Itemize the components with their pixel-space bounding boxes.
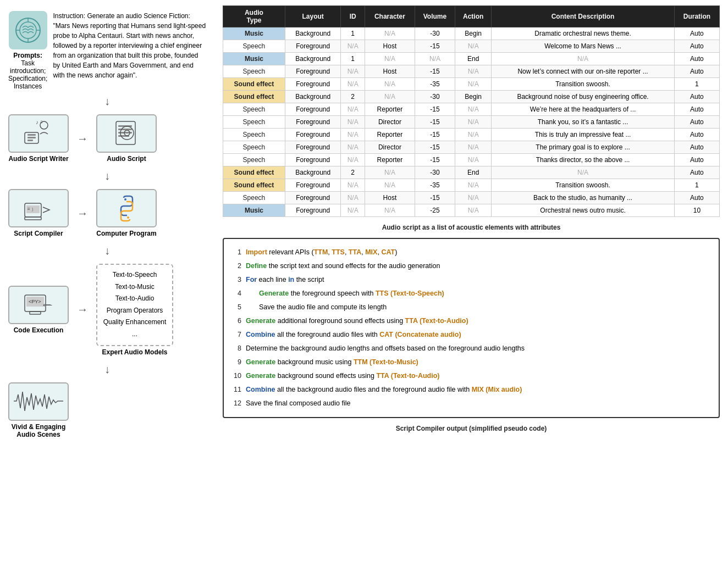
arrow-right-1: →: [77, 132, 88, 145]
cell-id: 1: [341, 53, 365, 65]
cell-content: Thank you, so it’s a fantastic ...: [492, 116, 674, 129]
cell-character: N/A: [365, 91, 415, 103]
cell-type: Music: [223, 53, 285, 65]
arrow-right-2: →: [77, 207, 88, 220]
cell-volume: -15: [415, 103, 455, 116]
svg-point-25: [124, 198, 126, 201]
cell-layout: Foreground: [285, 129, 341, 141]
table-caption: Audio script as a list of acoustic eleme…: [223, 221, 720, 233]
table-row: Speech Foreground N/A Director -15 N/A T…: [223, 141, 720, 154]
code-text-6: Generate additional foreground sound eff…: [246, 314, 468, 328]
cell-character: Reporter: [365, 154, 415, 166]
cell-id: N/A: [341, 116, 365, 129]
cell-layout: Background: [285, 53, 341, 65]
cell-volume: -15: [415, 129, 455, 141]
cell-action: Begin: [455, 27, 491, 40]
execution-box: <PY> ⟵: [8, 286, 69, 324]
cell-layout: Foreground: [285, 141, 341, 154]
table-row: Speech Foreground N/A Host -15 N/A Back …: [223, 192, 720, 204]
compiler-col: ≡ ) Script Compiler: [8, 189, 69, 237]
table-row: Sound effect Foreground N/A N/A -35 N/A …: [223, 179, 720, 192]
compiler-label: Script Compiler: [14, 230, 63, 237]
cell-action: N/A: [455, 192, 491, 204]
cell-character: Director: [365, 116, 415, 129]
th-audio-type: AudioType: [223, 6, 285, 27]
cell-id: N/A: [341, 103, 365, 116]
cell-type: Music: [223, 27, 285, 40]
cell-duration: Auto: [674, 154, 719, 166]
cell-duration: 10: [674, 204, 719, 217]
cell-action: N/A: [455, 65, 491, 78]
code-text-10: Generate background sound effects using …: [246, 369, 439, 383]
execution-label: Code Execution: [14, 326, 64, 334]
cell-duration: 1: [674, 78, 719, 91]
cell-action: N/A: [455, 154, 491, 166]
cell-content: Welcome to Mars News ...: [492, 40, 674, 53]
cell-volume: -15: [415, 116, 455, 129]
cell-volume: -15: [415, 141, 455, 154]
cell-layout: Background: [285, 27, 341, 40]
code-line-12: 12 Save the final composed audio file: [233, 397, 710, 410]
cell-content: Back to the studio, as humanity ...: [492, 192, 674, 204]
script-box: [96, 114, 157, 153]
code-text-2: Define the script text and sound effects…: [246, 259, 440, 273]
cell-volume: -15: [415, 65, 455, 78]
arrow-down-2: ↓: [8, 170, 206, 181]
line-num-7: 7: [233, 328, 241, 342]
prompts-label: Prompts:: [13, 52, 42, 59]
cell-action: Begin: [455, 91, 491, 103]
audio-table: AudioType Layout ID Character Volume Act…: [223, 5, 720, 217]
line-num-2: 2: [233, 259, 241, 273]
cell-volume: -30: [415, 27, 455, 40]
cell-id: N/A: [341, 192, 365, 204]
cell-volume: -35: [415, 179, 455, 192]
arrow-down-4: ↓: [8, 364, 206, 375]
cell-volume: -25: [415, 204, 455, 217]
cell-layout: Background: [285, 91, 341, 103]
table-row: Speech Foreground N/A Director -15 N/A T…: [223, 116, 720, 129]
arrow-down-3: ↓: [8, 245, 206, 256]
code-line-7: 7 Combine all the foreground audio files…: [233, 328, 710, 342]
svg-text:<PY>: <PY>: [29, 299, 41, 304]
cell-type: Speech: [223, 129, 285, 141]
cell-layout: Foreground: [285, 65, 341, 78]
cell-action: N/A: [455, 129, 491, 141]
cell-action: End: [455, 166, 491, 179]
expert-label: Expert Audio Models: [102, 348, 168, 356]
code-box: 1 Import relevant APIs (TTM, TTS, TTA, M…: [223, 238, 720, 418]
cell-layout: Foreground: [285, 40, 341, 53]
writer-box: ♪ ♫: [8, 114, 69, 153]
cell-character: N/A: [365, 78, 415, 91]
line-num-12: 12: [233, 397, 241, 410]
table-row: Sound effect Foreground N/A N/A -35 N/A …: [223, 78, 720, 91]
cell-character: Host: [365, 192, 415, 204]
cell-id: 2: [341, 91, 365, 103]
svg-text:♪: ♪: [36, 119, 38, 125]
code-line-8: 8 Determine the background audio lengths…: [233, 342, 710, 355]
code-text-1: Import relevant APIs (TTM, TTS, TTA, MIX…: [246, 246, 397, 259]
cell-volume: -15: [415, 192, 455, 204]
cell-character: N/A: [365, 53, 415, 65]
line-num-1: 1: [233, 246, 241, 259]
cell-duration: Auto: [674, 27, 719, 40]
cell-duration: Auto: [674, 103, 719, 116]
th-volume: Volume: [415, 6, 455, 27]
cell-volume: N/A: [415, 53, 455, 65]
cell-type: Speech: [223, 192, 285, 204]
cell-type: Speech: [223, 116, 285, 129]
cell-layout: Foreground: [285, 78, 341, 91]
instruction-text: Instruction: Generate an audio Science F…: [53, 11, 206, 80]
cell-duration: Auto: [674, 129, 719, 141]
code-line-4: 4 Generate the foreground speech with TT…: [233, 287, 710, 301]
cell-action: N/A: [455, 204, 491, 217]
cell-character: N/A: [365, 27, 415, 40]
svg-rect-22: [25, 217, 41, 220]
cell-duration: Auto: [674, 192, 719, 204]
table-header-row: AudioType Layout ID Character Volume Act…: [223, 6, 720, 27]
writer-script-row: ♪ ♫ Audio Script Writer → Audio Script: [8, 114, 206, 163]
svg-rect-30: [30, 312, 41, 314]
cell-id: N/A: [341, 40, 365, 53]
th-action: Action: [455, 6, 491, 27]
code-text-4: Generate the foreground speech with TTS …: [246, 287, 444, 301]
line-num-9: 9: [233, 355, 241, 369]
